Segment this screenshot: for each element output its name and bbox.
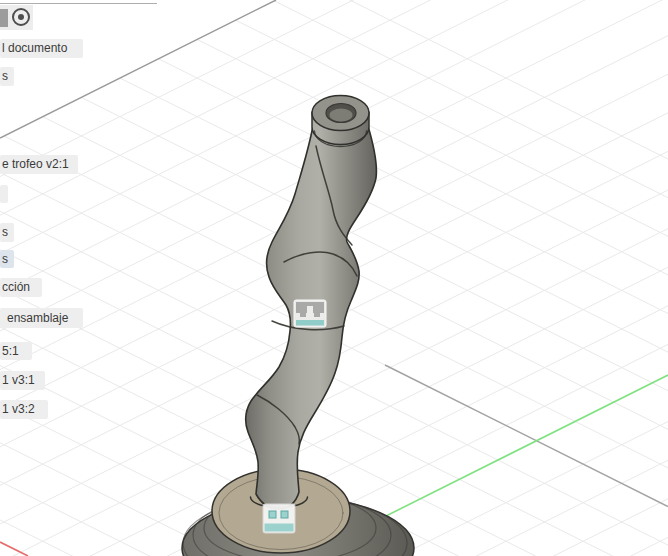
browser-item-component-5-1[interactable]: 5:1 [0,342,32,360]
browser-item-named-views[interactable]: s [0,67,14,86]
browser-item-component-v3-2[interactable]: 1 v3:2 [0,400,48,419]
browser-item-document-settings[interactable]: l documento [0,39,83,58]
browser-item-bodies[interactable]: s [0,223,14,242]
major-grid-line [385,365,668,507]
grid-boundary-line [0,0,276,138]
color-swatch-icon[interactable] [0,9,8,27]
browser-item-selected[interactable]: s [0,250,14,268]
slider-joint-marker[interactable] [294,300,326,327]
x-axis-line [0,542,28,556]
browser-item-component-trofeo[interactable]: e trofeo v2:1 [0,155,78,174]
browser-item-clipped[interactable] [0,185,8,203]
mini-toolbar [0,5,33,30]
viewport-canvas[interactable] [0,0,668,556]
radio-target-icon[interactable] [12,8,30,26]
browser-item-component-v3-1[interactable]: 1 v3:1 [0,371,45,390]
trophy-rim-inner-floor [330,109,353,122]
fusion-viewport-stage: l documento s e trofeo v2:1 s s cción en… [0,0,668,556]
browser-item-construction[interactable]: cción [0,278,42,297]
panel-bottom-border [0,3,157,4]
rigid-joint-marker[interactable] [263,504,295,533]
browser-item-assembly-joints[interactable]: ensamblaje [0,308,83,328]
